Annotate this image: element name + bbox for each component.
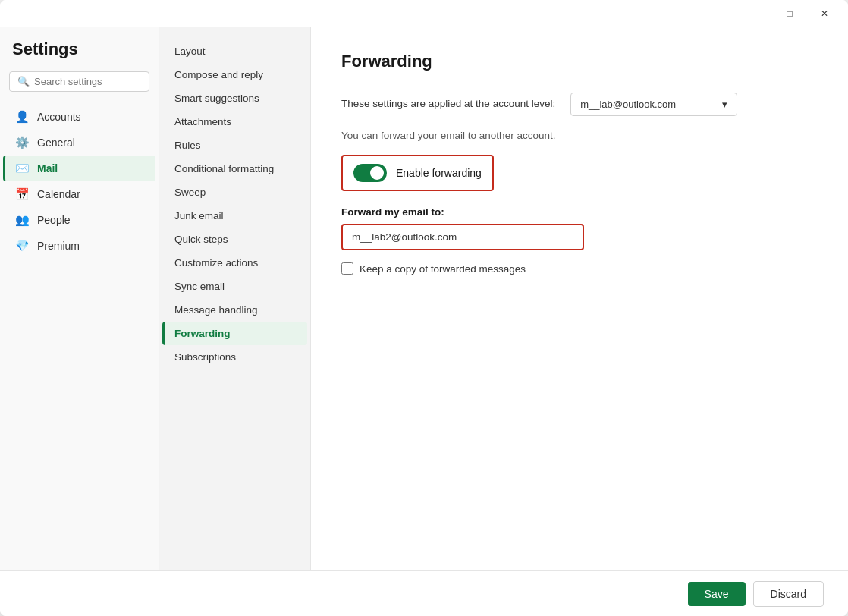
settings-title: Settings — [0, 39, 159, 71]
account-row: These settings are applied at the accoun… — [341, 93, 818, 116]
sidebar-label-accounts: Accounts — [37, 111, 81, 123]
mid-item-smart-suggestions[interactable]: Smart suggestions — [162, 86, 307, 110]
mid-item-quick-steps[interactable]: Quick steps — [162, 228, 307, 251]
sidebar-label-mail: Mail — [37, 162, 58, 174]
footer: Save Discard — [0, 570, 848, 616]
titlebar: — □ ✕ — [0, 0, 848, 27]
minimize-button[interactable]: — — [737, 2, 772, 26]
accounts-icon: 👤 — [15, 110, 30, 124]
left-nav: 👤Accounts⚙️General✉️Mail📅Calendar👥People… — [0, 104, 159, 259]
forward-email-input-wrap — [341, 224, 584, 250]
mid-nav: LayoutCompose and replySmart suggestions… — [159, 39, 310, 369]
mid-item-rules[interactable]: Rules — [162, 134, 307, 157]
mid-item-sweep[interactable]: Sweep — [162, 181, 307, 204]
mid-item-sync-email[interactable]: Sync email — [162, 275, 307, 298]
keep-copy-checkbox[interactable] — [341, 262, 353, 275]
sidebar-item-people[interactable]: 👥People — [3, 207, 155, 233]
sidebar-label-calendar: Calendar — [37, 188, 80, 200]
general-icon: ⚙️ — [15, 136, 30, 149]
sidebar-item-calendar[interactable]: 📅Calendar — [3, 181, 155, 207]
search-icon: 🔍 — [17, 76, 30, 87]
left-sidebar: Settings 🔍 👤Accounts⚙️General✉️Mail📅Cale… — [0, 27, 159, 570]
sidebar-item-premium[interactable]: 💎Premium — [3, 233, 155, 259]
mid-item-conditional-formatting[interactable]: Conditional formatting — [162, 157, 307, 181]
mid-item-attachments[interactable]: Attachments — [162, 110, 307, 134]
premium-icon: 💎 — [15, 239, 30, 253]
mid-item-customize-actions[interactable]: Customize actions — [162, 251, 307, 275]
main-content: Forwarding These settings are applied at… — [311, 27, 848, 570]
mid-item-junk-email[interactable]: Junk email — [162, 204, 307, 228]
mail-icon: ✉️ — [15, 162, 30, 175]
content-area: Settings 🔍 👤Accounts⚙️General✉️Mail📅Cale… — [0, 27, 848, 570]
maximize-button[interactable]: □ — [772, 2, 807, 26]
enable-forwarding-row: Enable forwarding — [341, 155, 494, 191]
sidebar-item-mail[interactable]: ✉️Mail — [3, 156, 155, 181]
sidebar-item-general[interactable]: ⚙️General — [3, 130, 155, 156]
search-box[interactable]: 🔍 — [9, 71, 149, 92]
toggle-knob — [370, 166, 384, 180]
forward-email-input[interactable] — [343, 225, 583, 249]
save-button[interactable]: Save — [688, 582, 746, 606]
mid-item-subscriptions[interactable]: Subscriptions — [162, 345, 307, 369]
middle-sidebar: LayoutCompose and replySmart suggestions… — [159, 27, 311, 570]
sidebar-item-accounts[interactable]: 👤Accounts — [3, 104, 155, 130]
search-input[interactable] — [34, 76, 141, 87]
close-button[interactable]: ✕ — [807, 2, 842, 26]
forwarding-toggle[interactable] — [353, 164, 387, 182]
account-value: m__lab@outlook.com — [580, 99, 676, 110]
account-settings-label: These settings are applied at the accoun… — [341, 97, 555, 112]
mid-item-layout[interactable]: Layout — [162, 39, 307, 63]
calendar-icon: 📅 — [15, 187, 30, 201]
discard-button[interactable]: Discard — [753, 581, 824, 607]
sidebar-label-general: General — [37, 137, 75, 149]
sidebar-label-people: People — [37, 214, 71, 226]
settings-window: — □ ✕ Settings 🔍 👤Accounts⚙️General✉️Mai… — [0, 0, 848, 616]
keep-copy-label: Keep a copy of forwarded messages — [360, 263, 526, 275]
sidebar-label-premium: Premium — [37, 240, 80, 252]
page-title: Forwarding — [341, 52, 818, 71]
mid-item-compose-reply[interactable]: Compose and reply — [162, 63, 307, 86]
people-icon: 👥 — [15, 213, 30, 227]
forward-description: You can forward your email to another ac… — [341, 130, 818, 141]
mid-item-message-handling[interactable]: Message handling — [162, 298, 307, 322]
enable-forwarding-label: Enable forwarding — [396, 167, 482, 179]
chevron-down-icon: ▾ — [722, 99, 727, 110]
account-dropdown[interactable]: m__lab@outlook.com ▾ — [570, 93, 737, 116]
keep-copy-row: Keep a copy of forwarded messages — [341, 262, 818, 275]
forward-email-label: Forward my email to: — [341, 206, 818, 218]
mid-item-forwarding[interactable]: Forwarding — [162, 322, 307, 345]
